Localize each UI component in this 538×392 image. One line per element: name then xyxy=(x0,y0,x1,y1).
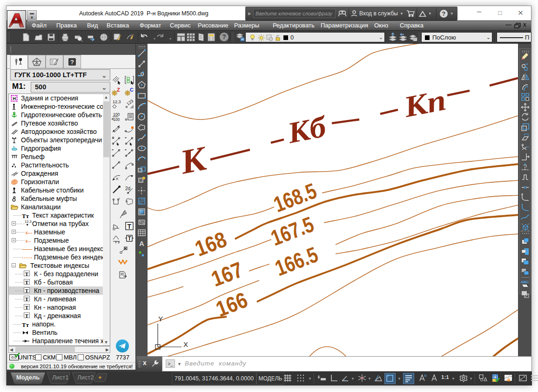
svg-text:К: К xyxy=(176,139,211,181)
svg-text:A: A xyxy=(139,239,144,247)
svg-text:-: - xyxy=(125,136,127,141)
svg-text:Y: Y xyxy=(158,315,163,323)
svg-text:Z: Z xyxy=(117,87,120,93)
svg-text:?: ? xyxy=(70,59,74,66)
svg-text:2d: 2d xyxy=(125,186,130,191)
svg-text:!: ! xyxy=(508,378,509,381)
svg-text:Кп: Кп xyxy=(401,83,449,124)
svg-text:°: ° xyxy=(119,197,120,201)
svg-text:-: - xyxy=(112,148,114,153)
svg-text:x y: x y xyxy=(115,240,120,244)
svg-text:C: C xyxy=(130,87,134,93)
svg-text:X: X xyxy=(183,340,188,348)
svg-text:+: + xyxy=(98,374,102,381)
svg-text:167: 167 xyxy=(208,257,246,291)
svg-text:Кб: Кб xyxy=(284,110,330,150)
svg-text:+: + xyxy=(112,136,114,140)
svg-text:166: 166 xyxy=(213,287,251,321)
svg-text:T: T xyxy=(128,223,132,230)
svg-text:-: - xyxy=(125,148,127,153)
svg-text:100: 100 xyxy=(113,117,120,122)
svg-text:ABC: ABC xyxy=(521,280,529,284)
svg-text:T: T xyxy=(128,235,132,242)
svg-text:123: 123 xyxy=(126,99,134,106)
svg-text:H: H xyxy=(13,96,16,101)
svg-text:12,3: 12,3 xyxy=(113,100,121,104)
svg-text:168.5: 168.5 xyxy=(270,178,320,217)
svg-text:100: 100 xyxy=(113,112,120,117)
